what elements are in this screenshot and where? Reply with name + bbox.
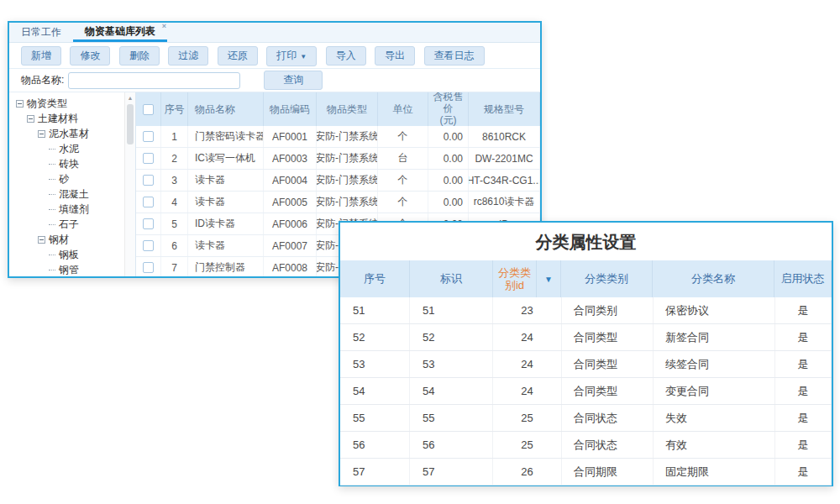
header-checkbox-cell — [136, 92, 161, 126]
item-name-link[interactable]: IC读写一体机 — [188, 148, 264, 169]
tree-connector — [49, 179, 55, 180]
item-name-link[interactable]: 门禁密码读卡器 — [188, 126, 264, 147]
item-code-link[interactable]: AF0003 — [264, 148, 317, 169]
cell-type: 安防-门禁系统 — [317, 148, 378, 169]
cell-tag: 55 — [410, 405, 493, 431]
cell-seq: 52 — [340, 324, 410, 350]
tree-leaf-concrete[interactable]: 混凝土 — [9, 186, 135, 202]
collapse-icon[interactable] — [27, 115, 34, 123]
select-all-checkbox[interactable] — [143, 104, 154, 115]
tree-leaf-cement[interactable]: 水泥 — [9, 141, 135, 156]
table-row: 3 读卡器 AF0004 安防-门禁系统 个 0.00 HT-C34R-CG1.… — [136, 170, 540, 192]
tab-materials-list[interactable]: 物资基础库列表 × — [73, 23, 167, 42]
table-row[interactable]: 51 51 23 合同类别 保密协议 是 — [340, 297, 832, 324]
scrollbar-thumb[interactable] — [127, 104, 134, 144]
item-code-link[interactable]: AF0001 — [264, 126, 317, 147]
row-checkbox[interactable] — [143, 218, 154, 229]
item-code-link[interactable]: AF0008 — [264, 257, 317, 276]
header-tag[interactable]: 标识 — [410, 260, 493, 297]
item-code-link[interactable]: AF0004 — [264, 170, 317, 191]
cell-seq: 54 — [340, 378, 410, 404]
cell-seq: 7 — [161, 257, 188, 276]
cell-type: 安防-门禁系统 — [317, 126, 378, 147]
cell-category-name: 保密协议 — [654, 297, 775, 323]
page-title: 分类属性设置 — [340, 223, 832, 260]
header-category-name[interactable]: 分类名称 — [653, 260, 774, 297]
edit-button[interactable]: 修改 — [70, 46, 110, 66]
add-button[interactable]: 新增 — [21, 46, 61, 66]
row-checkbox[interactable] — [143, 197, 154, 207]
row-checkbox[interactable] — [143, 153, 154, 164]
cell-tag: 57 — [410, 459, 493, 485]
item-name-link[interactable]: 门禁控制器 — [188, 257, 264, 276]
cell-category-type: 合同类型 — [562, 324, 654, 350]
tree-node-steel[interactable]: 钢材 — [9, 232, 135, 247]
import-button[interactable]: 导入 — [326, 46, 366, 66]
item-name-input[interactable] — [68, 72, 240, 89]
close-tab-icon[interactable]: × — [162, 23, 166, 30]
header-enabled[interactable]: 启用状态 — [774, 260, 832, 297]
tree-leaf-grout[interactable]: 填缝剂 — [9, 202, 135, 217]
cell-category-type: 合同类别 — [562, 297, 654, 323]
tree-leaf-sand[interactable]: 砂 — [9, 171, 135, 186]
tab-materials-label: 物资基础库列表 — [85, 25, 155, 37]
sort-caret-icon[interactable]: ▼ — [537, 260, 561, 297]
cell-spec: 8610RCK — [469, 126, 540, 147]
cell-enabled: 是 — [775, 378, 832, 404]
delete-button[interactable]: 删除 — [119, 46, 160, 66]
print-button[interactable]: 打印▼ — [266, 46, 317, 66]
row-checkbox[interactable] — [143, 240, 154, 251]
item-name-label: 物品名称: — [21, 73, 64, 87]
cell-category-type: 合同状态 — [562, 405, 654, 431]
tree-node-masonry-base[interactable]: 泥水基材 — [9, 126, 135, 141]
export-button[interactable]: 导出 — [375, 46, 415, 66]
table-row[interactable]: 55 55 25 合同状态 失效 是 — [340, 405, 832, 432]
item-code-link[interactable]: AF0005 — [264, 192, 317, 213]
restore-button[interactable]: 还原 — [218, 46, 258, 66]
tree-node-material-type[interactable]: 物资类型 — [9, 96, 135, 111]
cell-category-id: 26 — [493, 459, 562, 485]
cell-tag: 53 — [410, 351, 493, 377]
item-name-link[interactable]: 读卡器 — [188, 235, 264, 256]
cell-seq: 6 — [161, 235, 188, 256]
tree-leaf-gravel[interactable]: 石子 — [9, 217, 135, 232]
item-name-link[interactable]: 读卡器 — [188, 170, 264, 191]
collapse-icon[interactable] — [38, 236, 45, 244]
row-checkbox[interactable] — [143, 131, 154, 142]
search-bar: 物品名称: 查询 — [9, 69, 540, 92]
table-row[interactable]: 56 56 25 合同状态 有效 是 — [340, 432, 832, 459]
tree-label: 砖块 — [59, 158, 79, 170]
collapse-icon[interactable] — [38, 130, 45, 138]
table-row[interactable]: 57 57 26 合同期限 固定期限 是 — [340, 459, 832, 486]
header-seq[interactable]: 序号 — [340, 260, 410, 297]
filter-button[interactable]: 过滤 — [168, 46, 208, 66]
header-category-type[interactable]: 分类类别 — [561, 260, 653, 297]
item-name-link[interactable]: ID读卡器 — [188, 213, 264, 234]
item-code-link[interactable]: AF0007 — [264, 235, 317, 256]
tab-daily-work[interactable]: 日常工作 — [9, 23, 73, 42]
query-button[interactable]: 查询 — [264, 71, 323, 90]
cell-enabled: 是 — [775, 432, 832, 458]
row-checkbox[interactable] — [143, 262, 154, 273]
tree-scrollbar[interactable]: ▲ — [124, 92, 135, 276]
view-log-button[interactable]: 查看日志 — [424, 46, 485, 66]
tree-leaf-brick[interactable]: 砖块 — [9, 156, 135, 171]
row-checkbox[interactable] — [143, 175, 154, 186]
table-row[interactable]: 52 52 24 合同类型 新签合同 是 — [340, 324, 832, 351]
tree-node-civil-materials[interactable]: 土建材料 — [9, 111, 135, 126]
item-name-link[interactable]: 读卡器 — [188, 192, 264, 213]
table-row[interactable]: 54 54 24 合同类型 变更合同 是 — [340, 378, 832, 405]
tree-leaf-steel-plate[interactable]: 钢板 — [9, 247, 135, 262]
chevron-down-icon: ▼ — [300, 53, 307, 60]
scroll-up-icon[interactable]: ▲ — [125, 92, 135, 101]
tree-leaf-steel-pipe[interactable]: 钢管 — [9, 262, 135, 276]
header-category-id-sorted[interactable]: 分类类别id — [493, 260, 537, 297]
collapse-icon[interactable] — [16, 100, 24, 108]
table-row[interactable]: 53 53 24 合同类型 续签合同 是 — [340, 351, 832, 378]
cell-unit: 个 — [378, 170, 428, 191]
item-code-link[interactable]: AF0006 — [264, 213, 317, 234]
cell-category-name: 续签合同 — [654, 351, 775, 377]
print-label: 打印 — [276, 50, 297, 61]
header-item-code: 物品编码 — [264, 92, 317, 126]
cell-category-type: 合同状态 — [562, 432, 654, 458]
